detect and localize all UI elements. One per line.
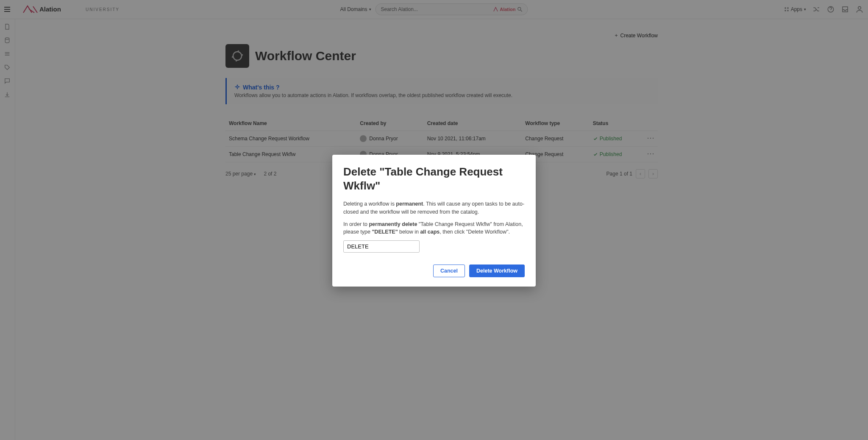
modal-paragraph-2: In order to permanently delete "Table Ch… — [343, 220, 525, 237]
modal-title: Delete "Table Change Request Wkflw" — [343, 165, 525, 192]
cancel-button[interactable]: Cancel — [433, 265, 465, 277]
delete-workflow-modal: Delete "Table Change Request Wkflw" Dele… — [332, 155, 536, 287]
delete-workflow-button[interactable]: Delete Workflow — [469, 265, 525, 277]
modal-overlay[interactable]: Delete "Table Change Request Wkflw" Dele… — [0, 0, 868, 440]
delete-confirm-input[interactable] — [343, 240, 420, 253]
modal-paragraph-1: Deleting a workflow is permanent. This w… — [343, 200, 525, 216]
